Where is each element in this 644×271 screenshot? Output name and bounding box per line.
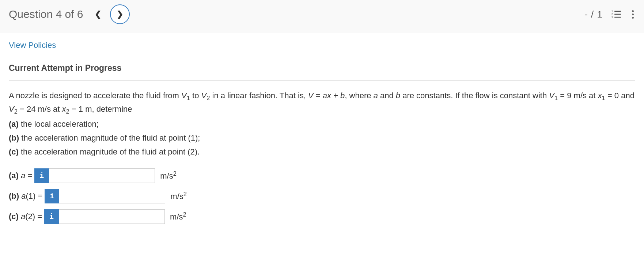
- text-segment: are constants. If the flow is constant w…: [400, 91, 549, 100]
- unit-base: m/s: [170, 212, 183, 221]
- text-segment: = 9 m/s at: [558, 91, 598, 100]
- answer-row-c: (c) a(2) = i m/s2: [9, 209, 635, 224]
- text-segment: A nozzle is designed to accelerate the f…: [9, 91, 181, 100]
- answer-b-label: (b) a(1) =: [9, 190, 42, 202]
- var-x1: x: [598, 91, 602, 100]
- label-var: a: [21, 212, 25, 221]
- answer-a-input[interactable]: [49, 168, 155, 183]
- answer-b-unit: m/s2: [170, 190, 187, 203]
- answer-a-label: (a) a =: [9, 169, 32, 182]
- answer-row-a: (a) a = i m/s2: [9, 168, 635, 183]
- sub-1: 1: [187, 95, 190, 101]
- part-a-text: the local acceleration;: [19, 119, 99, 129]
- next-question-button[interactable]: ❯: [110, 4, 130, 24]
- text-segment: = 1 m, determine: [69, 104, 132, 114]
- var-x2: x: [62, 104, 66, 114]
- text-segment: +: [331, 91, 340, 100]
- attempt-status-title: Current Attempt in Progress: [9, 63, 635, 73]
- label-suffix: =: [25, 171, 32, 180]
- part-b-text: the acceleration magnitude of the fluid …: [19, 133, 200, 142]
- unit-exp: 2: [183, 211, 186, 218]
- unit-base: m/s: [160, 171, 173, 180]
- svg-text:2: 2: [611, 13, 613, 15]
- text-segment: to: [190, 91, 201, 100]
- question-number-label: Question 4 of 6: [9, 8, 83, 20]
- unit-exp: 2: [183, 191, 187, 197]
- text-segment: and: [378, 91, 396, 100]
- unit-exp: 2: [173, 170, 177, 177]
- svg-text:1: 1: [611, 10, 613, 12]
- header-right: - / 1 1 2 3: [584, 9, 635, 20]
- unit-base: m/s: [170, 192, 183, 201]
- part-b-prefix: (b): [9, 133, 19, 142]
- question-part-a: (a) the local acceleration;: [9, 118, 635, 130]
- text-segment: =: [314, 91, 323, 100]
- part-a-prefix: (a): [9, 119, 19, 129]
- label-prefix: (b): [9, 191, 21, 201]
- question-list-icon[interactable]: 1 2 3: [611, 9, 622, 19]
- sub-2: 2: [207, 95, 210, 101]
- label-var: a: [21, 191, 26, 201]
- sub-2: 2: [66, 108, 69, 115]
- text-segment: = 24 m/s at: [18, 104, 62, 114]
- answer-inputs: (a) a = i m/s2 (b) a(1) = i m/s2 (c) a(2…: [9, 168, 635, 224]
- var-a: a: [374, 91, 378, 100]
- answer-row-b: (b) a(1) = i m/s2: [9, 189, 635, 203]
- var-v2: V: [201, 91, 207, 100]
- text-segment: in a linear fashion. That is,: [210, 91, 308, 100]
- sub-1: 1: [554, 95, 558, 101]
- sub-1: 1: [602, 95, 605, 101]
- question-part-b: (b) the acceleration magnitude of the fl…: [9, 132, 635, 144]
- text-segment: , where: [345, 91, 373, 100]
- score-display: - / 1: [584, 9, 603, 20]
- answer-c-label: (c) a(2) =: [9, 210, 42, 223]
- var-v2: V: [9, 104, 14, 114]
- view-policies-link[interactable]: View Policies: [9, 41, 56, 50]
- answer-c-unit: m/s2: [170, 210, 186, 223]
- var-v1: V: [181, 91, 187, 100]
- var-v: V: [308, 91, 314, 100]
- answer-b-input[interactable]: [59, 189, 165, 203]
- prev-question-button[interactable]: ❮: [92, 8, 104, 20]
- content-area: View Policies Current Attempt in Progres…: [0, 33, 644, 237]
- sub-2: 2: [14, 108, 18, 115]
- var-b: b: [340, 91, 345, 100]
- label-prefix: (c): [9, 212, 21, 221]
- label-arg: (2) =: [25, 212, 42, 221]
- label-prefix: (a): [9, 171, 21, 180]
- question-header: Question 4 of 6 ❮ ❯ - / 1 1 2 3: [0, 0, 644, 33]
- question-part-c: (c) the acceleration magnitude of the fl…: [9, 146, 635, 158]
- var-ax: ax: [323, 91, 331, 100]
- header-left: Question 4 of 6 ❮ ❯: [9, 4, 130, 24]
- question-text: A nozzle is designed to accelerate the f…: [9, 89, 635, 117]
- part-c-prefix: (c): [9, 147, 19, 156]
- part-c-text: the acceleration magnitude of the fluid …: [19, 147, 200, 156]
- nav-buttons: ❮ ❯: [92, 4, 130, 24]
- var-b: b: [396, 91, 400, 100]
- info-icon[interactable]: i: [44, 209, 59, 224]
- question-body: A nozzle is designed to accelerate the f…: [9, 80, 635, 224]
- answer-c-input[interactable]: [59, 209, 165, 224]
- label-var: a: [21, 171, 25, 180]
- info-icon[interactable]: i: [45, 189, 59, 203]
- answer-a-unit: m/s2: [160, 169, 177, 182]
- svg-text:3: 3: [611, 16, 613, 19]
- info-icon[interactable]: i: [34, 168, 49, 183]
- text-segment: = 0 and: [605, 91, 634, 100]
- more-options-icon[interactable]: [630, 9, 635, 20]
- var-v1: V: [549, 91, 554, 100]
- label-arg: (1) =: [26, 191, 42, 201]
